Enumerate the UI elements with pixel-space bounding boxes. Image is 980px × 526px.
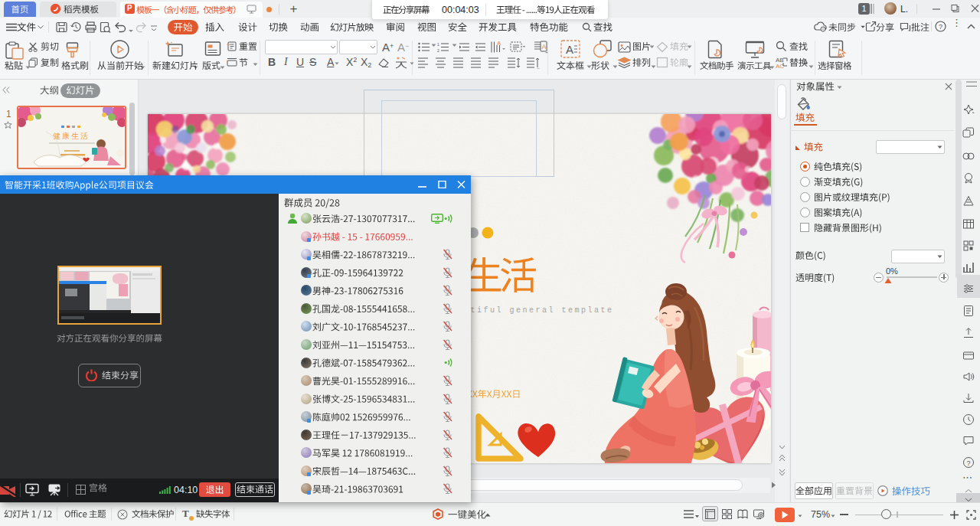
- svg-text:1: 1: [437, 42, 439, 47]
- svg-text:?: ?: [966, 459, 970, 467]
- svg-text:A: A: [542, 43, 547, 51]
- svg-text:A: A: [497, 41, 501, 47]
- svg-text:2: 2: [437, 48, 439, 52]
- svg-text:健康生活: 健康生活: [53, 132, 90, 140]
- svg-text:?: ?: [939, 23, 942, 31]
- svg-text:A: A: [566, 43, 573, 56]
